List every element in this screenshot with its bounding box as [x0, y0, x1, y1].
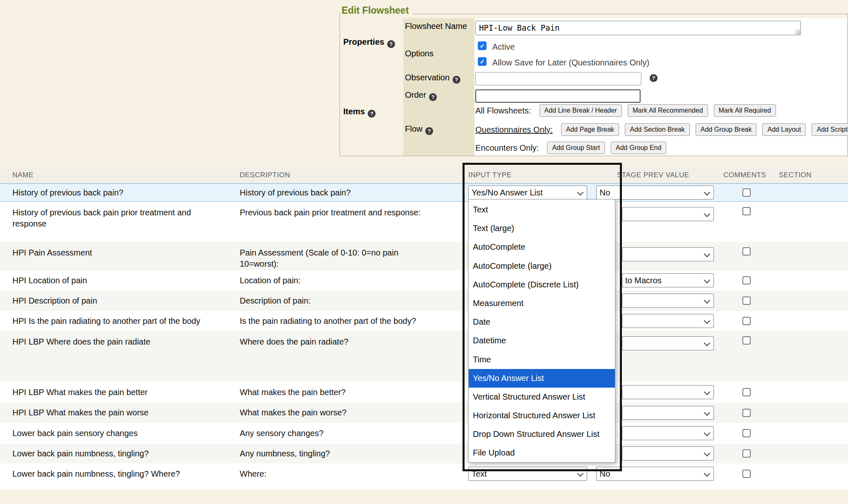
- input-type-select[interactable]: Text: [468, 467, 587, 481]
- table-row[interactable]: HPI Pain Assessment Pain Assessment (Sca…: [0, 242, 848, 270]
- chevron-down-icon: [577, 470, 584, 477]
- questionnaires-only-label[interactable]: Questionnaires Only:: [475, 125, 553, 135]
- row-section-cell: [779, 242, 829, 270]
- chevron-down-icon: [704, 470, 711, 477]
- row-section-cell: [779, 463, 829, 484]
- mark-all-required-button[interactable]: Mark All Required: [714, 104, 776, 117]
- add-section-break-button[interactable]: Add Section Break: [625, 123, 690, 136]
- stage-prev-select[interactable]: [622, 406, 714, 420]
- table-row[interactable]: Lower back pain numbness, tingling? Any …: [0, 444, 848, 463]
- active-checkbox[interactable]: ✓: [478, 41, 487, 50]
- table-row[interactable]: History of previous back pain? History o…: [0, 183, 848, 202]
- row-section-cell: [779, 184, 829, 201]
- comments-checkbox[interactable]: [742, 388, 751, 396]
- row-section-cell: [779, 382, 829, 403]
- table-row[interactable]: Lower back pain sensory changes Any sens…: [0, 423, 848, 444]
- comments-checkbox[interactable]: [742, 188, 751, 197]
- comments-checkbox[interactable]: [742, 276, 751, 285]
- add-layout-button[interactable]: Add Layout: [762, 123, 806, 136]
- input-type-select[interactable]: Yes/No Answer List: [468, 186, 587, 200]
- add-page-break-button[interactable]: Add Page Break: [561, 123, 619, 136]
- resize-grip-icon[interactable]: [795, 29, 800, 34]
- stage-prev-select[interactable]: No: [596, 186, 714, 200]
- table-row[interactable]: HPI Location of pain Location of pain: t…: [0, 270, 848, 290]
- row-name-cell: HPI Location of pain: [12, 270, 222, 290]
- dropdown-option[interactable]: Drop Down Structured Answer List: [469, 425, 615, 444]
- dropdown-option[interactable]: Date: [469, 313, 615, 331]
- stage-prev-select[interactable]: [622, 446, 714, 461]
- help-icon[interactable]: ?: [429, 93, 437, 101]
- observation-input[interactable]: [475, 72, 641, 85]
- table-row[interactable]: HPI LBP Where does the pain radiate Wher…: [0, 331, 848, 382]
- dropdown-option[interactable]: Horizontal Structured Answer List: [469, 406, 615, 425]
- flowsheet-name-input[interactable]: HPI-Low Back Pain: [475, 21, 801, 35]
- help-icon[interactable]: ?: [368, 110, 376, 118]
- stage-prev-select[interactable]: No: [596, 467, 714, 481]
- table-row[interactable]: HPI LBP What makes the pain worse What m…: [0, 403, 848, 423]
- table-row[interactable]: Lower back pain numbness, tingling? Wher…: [0, 463, 848, 484]
- allow-save-checkbox-label: Allow Save for Later (Questionnaires Onl…: [492, 58, 649, 68]
- dropdown-option[interactable]: Measurement: [469, 294, 615, 313]
- row-description-cell: History of previous back pain?: [240, 184, 430, 201]
- comments-checkbox[interactable]: [742, 317, 751, 325]
- dropdown-option[interactable]: AutoComplete (Discrete List): [469, 275, 615, 294]
- chevron-down-icon: [577, 189, 584, 196]
- allow-save-checkbox[interactable]: ✓: [478, 57, 487, 66]
- comments-checkbox[interactable]: [742, 247, 751, 256]
- mark-all-recommended-button[interactable]: Mark All Recommended: [628, 104, 708, 117]
- stage-prev-select[interactable]: [622, 314, 714, 328]
- check-icon: ✓: [479, 58, 485, 65]
- add-group-end-button[interactable]: Add Group End: [611, 142, 666, 154]
- table-row[interactable]: HPI LBP What makes the pain better What …: [0, 382, 848, 403]
- comments-checkbox[interactable]: [742, 470, 751, 478]
- dropdown-option[interactable]: AutoComplete (large): [469, 257, 615, 275]
- comments-checkbox[interactable]: [742, 449, 751, 458]
- dropdown-option[interactable]: Vertical Structured Answer List: [469, 388, 615, 406]
- chevron-down-icon: [704, 340, 711, 347]
- row-section-cell: [779, 290, 829, 311]
- add-group-start-button[interactable]: Add Group Start: [547, 142, 605, 154]
- table-row[interactable]: HPI Is the pain radiating to another par…: [0, 311, 848, 331]
- flow-label: Flow?: [405, 124, 433, 135]
- help-icon[interactable]: ?: [425, 127, 433, 135]
- comments-checkbox[interactable]: [742, 429, 751, 437]
- dropdown-option[interactable]: File Upload: [469, 444, 615, 462]
- stage-prev-select[interactable]: [622, 207, 714, 221]
- dropdown-option-selected[interactable]: Yes/No Answer List: [469, 369, 615, 388]
- dropdown-option[interactable]: Text: [469, 200, 615, 219]
- dropdown-option[interactable]: AutoComplete: [469, 238, 615, 256]
- stage-prev-select[interactable]: [622, 426, 714, 440]
- row-input-type-cell: Yes/No Answer List: [468, 184, 587, 201]
- stage-prev-select[interactable]: [622, 294, 714, 308]
- row-stage-prev-cell: [622, 242, 714, 270]
- comments-checkbox[interactable]: [742, 297, 751, 305]
- row-comments-cell: [742, 242, 755, 270]
- help-icon[interactable]: ?: [453, 76, 460, 84]
- stage-prev-select[interactable]: [622, 247, 714, 261]
- input-type-dropdown-list: Text Text (large) AutoComplete AutoCompl…: [468, 199, 615, 463]
- help-icon[interactable]: ?: [387, 40, 395, 48]
- table-row[interactable]: History of previous back pain prior trea…: [0, 202, 848, 242]
- chevron-down-icon: [704, 211, 711, 217]
- add-group-break-button[interactable]: Add Group Break: [696, 123, 757, 136]
- help-icon[interactable]: ?: [650, 74, 658, 82]
- order-input[interactable]: [475, 89, 641, 103]
- dropdown-option[interactable]: Time: [469, 350, 615, 369]
- add-line-break-header-button[interactable]: Add Line Break / Header: [540, 104, 622, 117]
- stage-prev-select[interactable]: [622, 336, 714, 350]
- comments-checkbox[interactable]: [742, 336, 751, 345]
- comments-checkbox[interactable]: [742, 409, 751, 417]
- row-comments-cell: [742, 270, 755, 290]
- row-description-cell: What makes the pain better?: [240, 382, 430, 403]
- row-stage-prev-cell: to Macros: [622, 270, 714, 290]
- stage-prev-select[interactable]: [622, 385, 714, 399]
- dropdown-option[interactable]: Datetime: [469, 331, 615, 350]
- comments-checkbox[interactable]: [742, 207, 751, 215]
- row-stage-prev-cell: [622, 331, 714, 382]
- row-description-cell: Description of pain:: [240, 290, 430, 311]
- table-row[interactable]: HPI Description of pain Description of p…: [0, 290, 848, 311]
- add-scriptlet-button[interactable]: Add Scriptlet: [812, 123, 848, 136]
- dropdown-option[interactable]: Text (large): [469, 219, 615, 238]
- row-name-cell: HPI LBP Where does the pain radiate: [12, 331, 222, 382]
- stage-prev-select[interactable]: to Macros: [622, 273, 714, 287]
